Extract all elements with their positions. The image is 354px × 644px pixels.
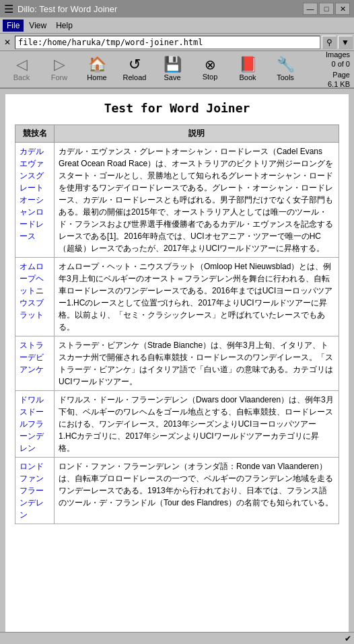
- main-content: Test for Word Joiner 競技名 説明 カデルエヴァンスグレート…: [5, 94, 349, 633]
- back-icon: ◁: [16, 57, 28, 72]
- statusbar: ✔: [0, 632, 354, 644]
- row-desc-3: ドワルス・ドール・フラーンデレン（Dwars door Vlaanderen）は…: [55, 391, 339, 458]
- back-button[interactable]: ◁ Back: [4, 53, 39, 85]
- row-name-2: ストラーデビアンケ: [15, 336, 55, 391]
- back-label: Back: [13, 73, 30, 81]
- col-header-name: 競技名: [15, 125, 55, 143]
- forward-icon: ▷: [54, 57, 65, 72]
- reload-label: Reload: [123, 73, 147, 81]
- stop-icon: ⊗: [205, 58, 216, 71]
- menu-help[interactable]: Help: [52, 20, 77, 32]
- lock-icon: ✕: [1, 36, 13, 48]
- forward-label: Forw: [51, 73, 67, 81]
- row-desc-2: ストラーデ・ビアンケ（Strade Bianche）は、例年3月上旬、イタリア、…: [55, 336, 339, 391]
- home-button[interactable]: 🏠 Home: [79, 53, 114, 85]
- data-table: 競技名 説明 カデルエヴァンスグレートオーシャンロードレースカデル・エヴァンス・…: [15, 124, 339, 524]
- home-icon: 🏠: [88, 57, 106, 72]
- row-name-4: ロンドファンフラーンデレン: [15, 458, 55, 524]
- url-input[interactable]: [15, 36, 320, 49]
- row-desc-4: ロンド・ファン・フラーンデレン（オランダ語：Ronde van Vlaander…: [55, 458, 339, 524]
- row-name-1: オムロープヘットニウスブラット: [15, 258, 55, 336]
- row-name-0: カデルエヴァンスグレートオーシャンロードレース: [15, 143, 55, 258]
- menu-file[interactable]: File: [3, 20, 24, 32]
- images-info: Images 0 of 0: [326, 50, 350, 68]
- table-header-row: 競技名 説明: [15, 125, 339, 143]
- addressbar: ✕ ⚲ ▼: [0, 34, 354, 51]
- page-label: Page: [332, 71, 350, 79]
- toolbar-info: Images 0 of 0 Page 6.1 KB: [326, 50, 350, 88]
- book-label: Book: [239, 73, 256, 81]
- titlebar-controls: — □ ✕: [303, 3, 350, 15]
- titlebar-left: ☰ Dillo: Test for Word Joiner: [4, 3, 117, 15]
- book-button[interactable]: 📕 Book: [230, 53, 265, 85]
- save-icon: 💾: [164, 57, 182, 72]
- row-desc-0: カデル・エヴァンス・グレートオーシャン・ロードレース（Cadel Evans G…: [55, 143, 339, 258]
- home-label: Home: [87, 73, 106, 81]
- titlebar: ☰ Dillo: Test for Word Joiner — □ ✕: [0, 0, 354, 17]
- status-icon: ✔: [345, 634, 351, 643]
- table-row: ストラーデビアンケストラーデ・ビアンケ（Strade Bianche）は、例年3…: [15, 336, 339, 391]
- page-title: Test for Word Joiner: [15, 101, 339, 115]
- table-row: ロンドファンフラーンデレンロンド・ファン・フラーンデレン（オランダ語：Ronde…: [15, 458, 339, 524]
- book-icon: 📕: [239, 57, 257, 72]
- menu-icon[interactable]: ☰: [4, 3, 13, 15]
- stop-button[interactable]: ⊗ Stop: [192, 53, 227, 85]
- table-row: ドワルスドールフラーンデレンドワルス・ドール・フラーンデレン（Dwars doo…: [15, 391, 339, 458]
- row-name-3: ドワルスドールフラーンデレン: [15, 391, 55, 458]
- page-value: 6.1 KB: [328, 80, 350, 88]
- page-info: Page 6.1 KB: [328, 71, 350, 88]
- minimize-button[interactable]: —: [303, 3, 318, 15]
- forward-button[interactable]: ▷ Forw: [42, 53, 77, 85]
- row-desc-1: オムロープ・ヘット・ニウスブラット（Omloop Het Nieuwsblad）…: [55, 258, 339, 336]
- close-button[interactable]: ✕: [335, 3, 350, 15]
- save-label: Save: [164, 73, 180, 81]
- reload-button[interactable]: ↺ Reload: [117, 53, 152, 85]
- tools-icon: 🔧: [277, 57, 295, 72]
- toolbar: ◁ Back ▷ Forw 🏠 Home ↺ Reload 💾 Save ⊗ S…: [0, 51, 354, 89]
- menubar: File View Help: [0, 17, 354, 34]
- images-value: 0 of 0: [331, 60, 350, 68]
- table-row: オムロープヘットニウスブラットオムロープ・ヘット・ニウスブラット（Omloop …: [15, 258, 339, 336]
- table-row: カデルエヴァンスグレートオーシャンロードレースカデル・エヴァンス・グレートオーシ…: [15, 143, 339, 258]
- reload-icon: ↺: [129, 57, 141, 72]
- stop-label: Stop: [203, 73, 218, 81]
- images-label: Images: [326, 50, 350, 59]
- search-button[interactable]: ⚲: [322, 36, 337, 49]
- tools-button[interactable]: 🔧 Tools: [268, 53, 303, 85]
- tools-label: Tools: [277, 73, 294, 81]
- save-button[interactable]: 💾 Save: [155, 53, 190, 85]
- menu-view[interactable]: View: [25, 20, 50, 32]
- settings-button[interactable]: ▼: [338, 36, 353, 49]
- maximize-button[interactable]: □: [319, 3, 334, 15]
- titlebar-title: Dillo: Test for Word Joiner: [17, 4, 117, 14]
- col-header-desc: 説明: [55, 125, 339, 143]
